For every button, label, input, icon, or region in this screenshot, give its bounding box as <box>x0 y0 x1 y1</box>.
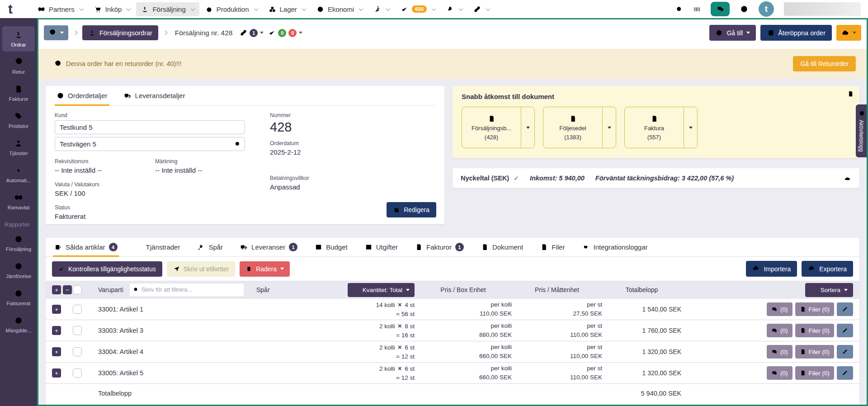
customer-input[interactable] <box>55 120 245 134</box>
tab-utgifter[interactable]: Utgifter <box>363 238 399 257</box>
row-checkbox[interactable] <box>73 326 82 335</box>
sidebar-item-retur[interactable]: Retur <box>2 53 35 79</box>
activity-log-tab[interactable]: Aktivitetslogg <box>856 104 867 157</box>
tab-fakturor[interactable]: Fakturor 1 <box>414 238 465 257</box>
edit-order-button[interactable]: Redigera <box>387 202 436 217</box>
quantity-mode-button[interactable]: Kvantitet: Total <box>348 283 415 297</box>
nav-partners[interactable]: Partners <box>33 2 88 16</box>
tab-dokument[interactable]: Dokument <box>480 238 524 257</box>
history-split-button[interactable] <box>44 25 68 40</box>
collapse-all-button[interactable]: − <box>63 285 72 294</box>
chat-button[interactable] <box>711 2 730 16</box>
doc-button-caret[interactable] <box>521 107 534 148</box>
tab-spar[interactable]: Spår <box>196 238 224 257</box>
expand-row-button[interactable]: + <box>52 368 61 378</box>
row-edit-button[interactable] <box>837 366 853 380</box>
cloud-sync-button[interactable] <box>836 25 861 41</box>
sidebar-item-tjanster[interactable]: Tjänster <box>2 135 35 160</box>
sidebar-item-ordrar[interactable]: Ordrar <box>2 26 35 52</box>
avatar[interactable]: t <box>759 1 774 17</box>
invoice-icon <box>14 85 23 94</box>
go-to-button[interactable]: Gå till <box>709 25 756 41</box>
article-cell[interactable]: 33004: Artikel 4 <box>98 348 256 355</box>
row-comments-button[interactable]: (0) <box>767 345 793 359</box>
row-checkbox[interactable] <box>73 305 82 314</box>
select-all-checkbox[interactable] <box>73 285 82 294</box>
breadcrumb-orders-button[interactable]: Försäljningsordrar <box>82 25 158 40</box>
sidebar-report-jamforelse[interactable]: Jämförelse <box>2 258 35 283</box>
gauge-icon[interactable] <box>844 175 851 182</box>
nav-inkop[interactable]: Inköp <box>89 2 136 16</box>
row-files-button[interactable]: Filer (0) <box>795 366 835 380</box>
sidebar-item-automati[interactable]: Automati... <box>2 162 35 187</box>
tab-filer[interactable]: Filer <box>539 238 566 257</box>
search-icon[interactable] <box>234 141 241 147</box>
checks-control[interactable]: 0 0 <box>268 29 302 37</box>
row-files-button[interactable]: Filer (0) <box>795 345 835 359</box>
filter-input[interactable] <box>130 283 244 296</box>
expand-row-button[interactable]: + <box>52 305 61 314</box>
sort-button[interactable]: Sortera <box>805 283 853 297</box>
nav-forsaljning[interactable]: Försäljning <box>136 2 199 16</box>
expand-row-button[interactable]: + <box>52 326 61 335</box>
row-edit-button[interactable] <box>837 324 853 337</box>
delete-button[interactable]: Radera <box>240 261 290 277</box>
article-cell[interactable]: 33001: Artikel 1 <box>98 306 256 313</box>
nav-activities[interactable] <box>368 2 395 16</box>
row-edit-button[interactable] <box>837 345 853 359</box>
tab-orderdetaljer[interactable]: Orderdetaljer <box>55 86 109 106</box>
tab-tjanstrader[interactable]: Tjänstrader <box>133 238 182 257</box>
add-icon[interactable] <box>658 5 665 13</box>
search-icon[interactable] <box>675 5 683 13</box>
nav-tasks[interactable]: 656 <box>396 2 440 16</box>
app-logo[interactable]: t <box>5 1 32 17</box>
sidebar-item-ramavtal[interactable]: Ramavtal <box>2 189 35 214</box>
tab-salda-artiklar[interactable]: Sålda artiklar 4 <box>53 238 119 257</box>
row-checkbox[interactable] <box>73 368 82 378</box>
customer-address-input[interactable] <box>55 137 245 151</box>
sidebar-report-mangdde[interactable]: Mängdde... <box>2 312 35 337</box>
doc-button-foljesedel[interactable]: Följesedel (1383) <box>543 107 616 148</box>
nav-ekonomi[interactable]: Ekonomi <box>311 2 368 16</box>
nav-launch[interactable] <box>441 2 467 16</box>
doc-button-caret[interactable] <box>602 107 616 148</box>
expand-all-button[interactable]: + <box>52 285 61 294</box>
tab-budget[interactable]: Budget <box>313 238 349 257</box>
network-globe-icon[interactable] <box>740 5 749 14</box>
article-cell[interactable]: 33003: Artikel 3 <box>98 327 256 334</box>
row-checkbox[interactable] <box>73 347 82 356</box>
print-labels-button[interactable]: Skriv ut etiketter <box>167 261 235 277</box>
tab-leveranser[interactable]: Leveranser 1 <box>239 238 299 257</box>
tab-integrationsloggar[interactable]: Integrationsloggar <box>580 238 649 257</box>
doc-button-faktura[interactable]: Faktura (557) <box>624 107 698 148</box>
comments-icon <box>771 306 778 312</box>
row-comments-button[interactable]: (0) <box>767 324 793 337</box>
row-files-button[interactable]: Filer (0) <box>795 302 835 316</box>
reopen-order-button[interactable]: Återöppna order <box>760 25 832 41</box>
doc-button-forsaljningsbekraftelse[interactable]: Försäljningsb... (428) <box>462 107 535 148</box>
nav-integrations[interactable] <box>468 2 495 16</box>
doc-button-caret[interactable] <box>684 107 697 148</box>
barcode-icon[interactable] <box>693 5 701 13</box>
article-cell[interactable]: 33005: Artikel 5 <box>98 369 256 377</box>
caret-down-icon <box>689 127 693 129</box>
nav-produktion[interactable]: Produktion <box>200 2 263 16</box>
tab-leveransdetaljer[interactable]: Leveransdetaljer <box>122 86 187 106</box>
row-comments-button[interactable]: (0) <box>767 302 793 316</box>
export-button[interactable]: Exportera <box>802 261 853 277</box>
warehouse-icon <box>269 5 276 13</box>
row-edit-button[interactable] <box>837 302 853 316</box>
document-icon[interactable] <box>847 90 854 97</box>
sidebar-report-forsaljning[interactable]: Försäljning <box>2 231 35 256</box>
check-availability-button[interactable]: Kontrollera tillgänglighetsstatus <box>52 261 162 277</box>
go-to-return-order-button[interactable]: Gå till Returorder <box>793 56 856 71</box>
expand-row-button[interactable]: + <box>52 347 61 356</box>
sidebar-item-prislistor[interactable]: Prislistor <box>2 108 35 133</box>
row-comments-button[interactable]: (0) <box>767 366 793 380</box>
sidebar-item-fakturor[interactable]: Fakturor <box>2 80 35 106</box>
linked-items-control[interactable]: 1 <box>240 29 264 37</box>
import-button[interactable]: Importera <box>746 261 797 277</box>
row-files-button[interactable]: Filer (0) <box>795 324 835 337</box>
nav-lager[interactable]: Lager <box>264 2 311 16</box>
sidebar-report-fakturerat[interactable]: Fakturerat <box>2 285 35 310</box>
